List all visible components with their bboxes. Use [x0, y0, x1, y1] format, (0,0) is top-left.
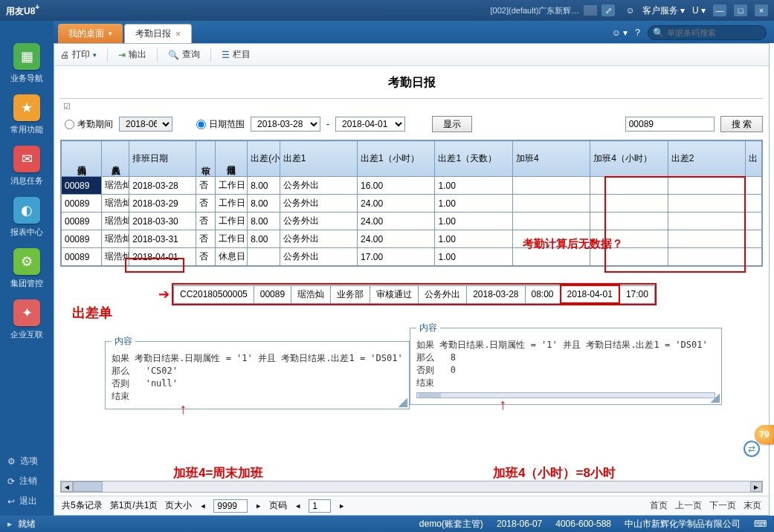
keyboard-icon[interactable]: ⌨	[754, 519, 767, 529]
table-row[interactable]: 00089琚浩灿2018-03-31否工作日8.00公务外出24.001.00	[62, 230, 762, 248]
sidebar-item-1[interactable]: ★常用功能	[4, 94, 49, 135]
sidebar-item-5[interactable]: ✦企业互联	[4, 299, 49, 340]
table-cell: 否	[196, 213, 215, 230]
smiley-menu-icon[interactable]: ☺ ▾	[612, 27, 628, 38]
scroll-left-button[interactable]: ◄	[61, 481, 73, 492]
barcode-search[interactable]: 🔍	[648, 25, 767, 40]
th-trip1[interactable]: 出差1	[280, 141, 357, 177]
teamviewer-icon[interactable]: ⇄	[744, 441, 760, 457]
table-cell: 公务外出	[280, 195, 357, 213]
help-icon[interactable]: ?	[635, 27, 640, 38]
sidebar-link-2[interactable]: ↩退出	[0, 491, 54, 511]
prev-page-link[interactable]: 上一页	[675, 499, 702, 512]
table-cell: 1.00	[435, 248, 512, 266]
table-cell: 公务外出	[280, 177, 357, 195]
customer-service-link[interactable]: 客户服务 ▾	[642, 4, 685, 17]
query-button[interactable]: 🔍查询	[168, 48, 200, 61]
first-page-link[interactable]: 首页	[650, 499, 668, 512]
resize-handle-icon[interactable]	[399, 398, 407, 407]
th-trip1-hours[interactable]: 出差1（小时）	[358, 141, 435, 177]
radio-period[interactable]: 考勤期间	[65, 118, 113, 131]
th-last[interactable]: 出	[746, 141, 762, 177]
size-next-icon[interactable]: ►	[255, 502, 262, 510]
annotation-ot4-weekend: 加班4=周末加班	[173, 464, 263, 481]
table-row[interactable]: 00089琚浩灿2018-04-01否休息日公务外出17.001.00	[62, 248, 762, 266]
arrow-up-icon: ↑	[179, 400, 187, 418]
table-cell: 琚浩灿	[102, 177, 129, 195]
size-prev-icon[interactable]: ◄	[199, 502, 206, 510]
table-cell	[590, 213, 668, 230]
search-input[interactable]	[625, 117, 715, 132]
table-cell: 8.00	[248, 195, 280, 213]
th-ot4-hours[interactable]: 加班4（小时）	[590, 141, 668, 177]
sidebar-item-label: 报表中心	[4, 227, 49, 238]
scroll-thumb[interactable]	[73, 481, 103, 492]
th-schedule-date[interactable]: 排班日期	[129, 141, 196, 177]
notification-badge[interactable]: 79	[755, 425, 774, 444]
content-h-scrollbar[interactable]: ◄ ►	[60, 481, 763, 493]
sidebar-link-0[interactable]: ⚙选项	[0, 451, 54, 471]
columns-button[interactable]: ☰栏目	[222, 48, 251, 61]
date-to-select[interactable]: 2018-04-01	[335, 117, 405, 132]
table-cell: 否	[196, 248, 215, 266]
date-from-select[interactable]: 2018-03-28	[251, 117, 320, 132]
tab-close-icon[interactable]: ×	[175, 29, 181, 39]
sidebar-link-1[interactable]: ⟳注销	[0, 471, 54, 491]
annotation-no-data: 考勤计算后无数据？	[523, 237, 623, 251]
last-page-link[interactable]: 末页	[744, 499, 761, 512]
sidebar-item-4[interactable]: ⚙集团管控	[4, 248, 49, 289]
next-page-link[interactable]: 下一页	[709, 499, 736, 512]
barcode-search-input[interactable]	[667, 28, 756, 37]
scroll-right-button[interactable]: ►	[750, 481, 762, 492]
expand-icon[interactable]: ⤢	[602, 4, 615, 16]
page-prev-icon[interactable]: ◄	[294, 502, 301, 510]
paging-page: 第1页/共1页	[110, 499, 158, 512]
radio-date-range[interactable]: 日期范围	[196, 118, 245, 131]
th-trip1-days[interactable]: 出差1（天数）	[435, 141, 512, 177]
minimize-button[interactable]: —	[713, 4, 726, 16]
detail-cell: 公务外出	[419, 285, 467, 303]
show-button[interactable]: 显示	[432, 116, 472, 132]
th-trip2[interactable]: 出差2	[668, 141, 745, 177]
table-row[interactable]: 00089琚浩灿2018-03-30否工作日8.00公务外出24.001.00	[62, 213, 762, 230]
tab-desktop[interactable]: 我的桌面▾	[58, 24, 123, 43]
printer-icon: 🖨	[60, 50, 69, 60]
table-cell	[668, 230, 745, 248]
page-size-input[interactable]	[213, 499, 248, 513]
print-button[interactable]: 🖨打印▾	[60, 48, 97, 61]
table-row[interactable]: 00089琚浩灿2018-03-29否工作日8.00公务外出24.001.00	[62, 195, 762, 213]
th-trip-hours[interactable]: 出差(小时)	[248, 141, 280, 177]
th-emp-code[interactable]: 人员编码	[62, 141, 102, 177]
period-select[interactable]: 2018-06	[119, 117, 172, 132]
th-emp-name[interactable]: 人员姓名	[102, 141, 129, 177]
sidebar-item-0[interactable]: ▦业务导航	[4, 43, 49, 84]
status-date: 2018-06-07	[497, 519, 542, 529]
u-menu[interactable]: U ▾	[692, 5, 706, 16]
search-button[interactable]: 搜 索	[720, 116, 763, 132]
detail-cell: 琚浩灿	[291, 285, 331, 303]
sidebar-item-3[interactable]: ◐报表中心	[4, 197, 49, 238]
small-toggle-icon[interactable]: ☑	[60, 102, 763, 111]
page-next-icon[interactable]: ►	[338, 502, 345, 510]
th-day-attr[interactable]: 日期属性	[215, 141, 248, 177]
table-row[interactable]: 00089琚浩灿2018-03-28否工作日8.00公务外出16.001.00	[62, 177, 762, 195]
codebox-scrollbar[interactable]	[416, 392, 715, 398]
detail-cell: 00089	[254, 285, 291, 303]
table-cell: 琚浩灿	[102, 230, 129, 248]
resize-handle-icon[interactable]	[711, 394, 720, 403]
table-cell: 24.00	[358, 195, 435, 213]
sidebar-collapse-icon[interactable]: ▸	[7, 519, 12, 529]
output-button[interactable]: ⇥输出	[118, 48, 146, 61]
tab-attendance-report[interactable]: 考勤日报 ×	[124, 24, 192, 43]
grid-icon[interactable]	[584, 5, 597, 16]
page-number-input[interactable]	[309, 499, 331, 513]
maximize-button[interactable]: □	[734, 4, 747, 16]
sidebar-item-2[interactable]: ✉消息任务	[4, 146, 49, 186]
close-button[interactable]: ×	[755, 4, 768, 16]
table-cell: 1.00	[435, 213, 512, 230]
annotation-trip-doc: 出差单	[72, 304, 112, 322]
th-ot4[interactable]: 加班4	[512, 141, 590, 177]
table-cell: 16.00	[358, 177, 435, 195]
th-audit[interactable]: 审核	[196, 141, 215, 177]
link-icon: ⚙	[7, 456, 16, 467]
